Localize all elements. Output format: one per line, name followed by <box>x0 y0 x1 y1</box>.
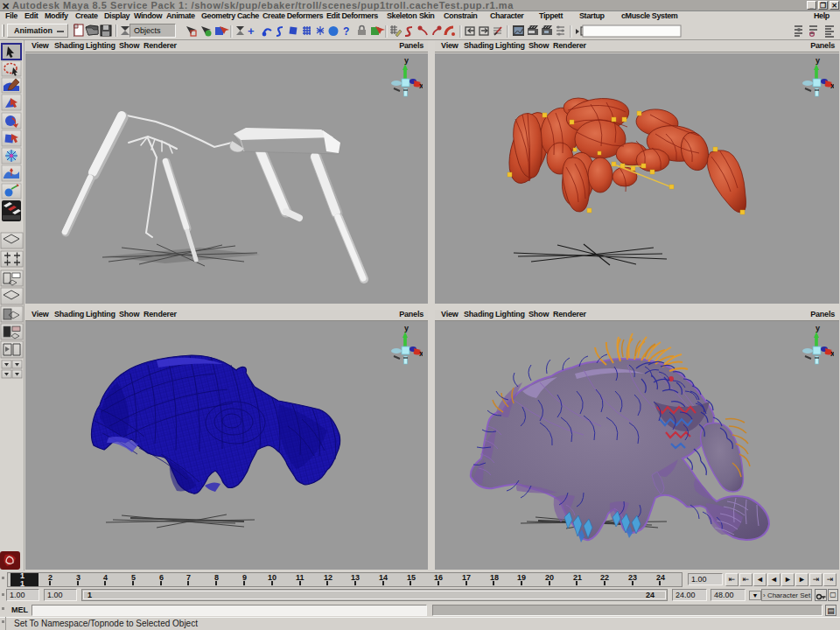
svg-text:+: + <box>248 24 255 38</box>
svg-text:y: y <box>816 324 820 332</box>
svg-text:x: x <box>830 81 834 90</box>
svg-text:y: y <box>404 324 409 332</box>
svg-text:x: x <box>419 349 423 358</box>
svg-text:y: y <box>816 56 820 65</box>
svg-text:x: x <box>419 81 423 90</box>
svg-text:?: ? <box>343 25 349 38</box>
svg-text:x: x <box>830 349 834 358</box>
svg-text:y: y <box>404 56 409 65</box>
